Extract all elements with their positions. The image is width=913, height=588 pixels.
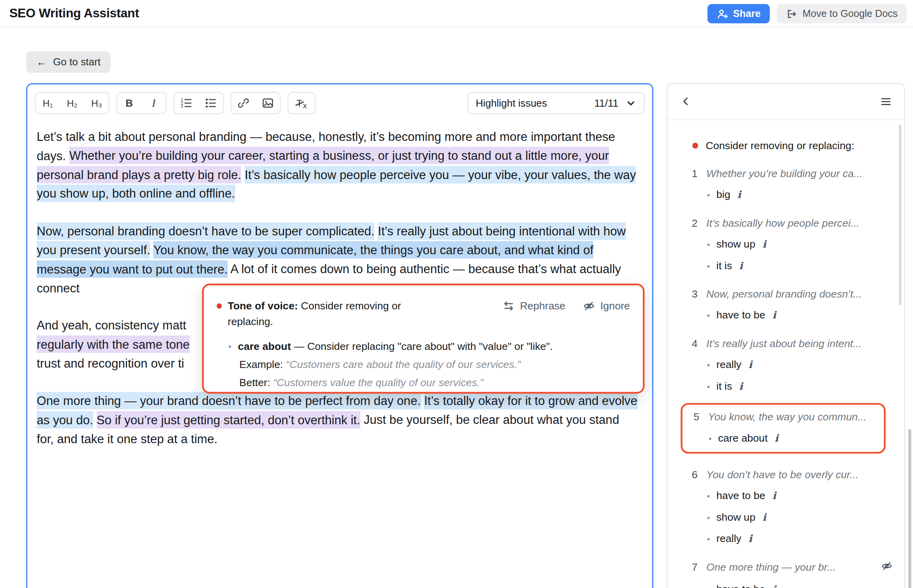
popup-example-row: Example: “Customers care about the quali… [239, 357, 631, 373]
share-button[interactable]: Share [708, 4, 770, 23]
popup-term: care about [238, 341, 291, 353]
info-icon[interactable] [739, 379, 743, 393]
highlight-issues-count: 11/11 [594, 97, 618, 109]
arrow-left-icon: ← [36, 57, 47, 68]
go-to-start-button[interactable]: ← Go to start [26, 51, 111, 73]
issue-keyword[interactable]: really [707, 357, 893, 372]
image-button[interactable] [256, 92, 280, 113]
suggestion-popup: Tone of voice: Consider removing or repl… [202, 284, 644, 394]
window-scrollbar[interactable] [908, 429, 911, 588]
issue-highlight-purple[interactable]: So if you’re just getting started, don’t… [96, 411, 360, 428]
issue-item-7[interactable]: 7One more thing — your br... have to be [692, 560, 893, 588]
link-button[interactable] [231, 92, 255, 113]
info-icon[interactable] [772, 308, 776, 322]
issue-item-3[interactable]: 3Now, personal branding doesn’t... have … [692, 287, 893, 322]
better-quote: “Customers value the quality of our serv… [273, 377, 483, 388]
sidebar-category-label: Consider removing or replacing: [706, 139, 854, 153]
info-icon[interactable] [737, 187, 741, 202]
info-icon[interactable] [749, 357, 752, 372]
bold-button[interactable]: B [117, 92, 141, 113]
issue-keyword[interactable]: have to be [707, 582, 893, 588]
issue-preview: It’s basically how people percei... [706, 216, 859, 230]
ignored-indicator[interactable] [881, 560, 893, 575]
clear-formatting-button[interactable]: Tx [288, 92, 315, 113]
info-icon[interactable] [772, 582, 776, 588]
bullet-icon [707, 259, 710, 273]
highlight-issues-dropdown[interactable]: Highlight issues 11/11 [468, 92, 645, 114]
issue-keyword[interactable]: it is [707, 259, 893, 273]
move-to-google-docs-button[interactable]: Move to Google Docs [777, 4, 906, 23]
collapse-sidebar-button[interactable] [678, 93, 694, 109]
issue-dot [216, 303, 222, 309]
bullet-icon [707, 357, 710, 372]
issue-item-2[interactable]: 2It’s basically how people percei... sho… [692, 216, 893, 273]
issue-keyword[interactable]: show up [707, 510, 893, 525]
svg-text:3: 3 [181, 104, 183, 109]
italic-button[interactable]: I [142, 92, 166, 113]
bullet-icon [707, 582, 710, 588]
info-icon[interactable] [749, 532, 752, 546]
bullet-icon [707, 308, 710, 323]
issue-keyword[interactable]: big [707, 187, 893, 202]
issue-keyword[interactable]: have to be [707, 308, 893, 323]
bullet-icon [707, 510, 710, 525]
issue-number: 4 [692, 337, 700, 351]
issue-number: 3 [692, 287, 700, 301]
rephrase-label: Rephrase [520, 300, 565, 312]
bullet-icon [707, 237, 710, 251]
issue-item-4[interactable]: 4It’s really just about being intent... … [692, 337, 893, 394]
issue-item-1[interactable]: 1Whether you’re building your ca... big [692, 166, 893, 202]
issue-preview: Now, personal branding doesn’t... [706, 287, 862, 301]
popup-header: Tone of voice: Consider removing or repl… [204, 285, 643, 329]
move-to-google-docs-label: Move to Google Docs [802, 8, 898, 20]
info-icon[interactable] [772, 488, 776, 503]
ignore-button[interactable]: Ignore [583, 298, 630, 314]
issue-highlight-blue[interactable]: Now, personal branding doesn’t have to b… [37, 222, 374, 239]
heading2-button[interactable]: H₂ [60, 92, 84, 113]
hamburger-icon [880, 95, 892, 107]
bullet-icon [709, 431, 712, 446]
sidebar-scrollbar[interactable] [899, 125, 901, 305]
issue-number: 2 [692, 216, 700, 230]
menu-button[interactable] [878, 93, 894, 109]
issue-highlight-purple[interactable]: regularly with the same tone [37, 335, 190, 353]
person-plus-icon [717, 8, 728, 20]
app-header: SEO Writing Assistant Share Move to Goog… [0, 0, 913, 28]
issue-item-6[interactable]: 6You don’t have to be overly cur... have… [692, 468, 893, 546]
bullet-icon [707, 488, 710, 503]
heading1-button[interactable]: H₁ [35, 92, 60, 113]
rephrase-button[interactable]: Rephrase [503, 298, 566, 314]
go-to-start-label: Go to start [53, 56, 101, 68]
issue-keyword[interactable]: care about [709, 431, 877, 446]
issue-highlight-blue[interactable]: One more thing — your brand doesn’t have… [37, 392, 421, 409]
popup-actions: Rephrase Ignore [503, 298, 630, 314]
issue-keyword[interactable]: it is [707, 379, 893, 394]
clear-format-group: Tx [288, 92, 316, 114]
issue-keyword[interactable]: have to be [707, 488, 893, 503]
issue-preview: You know, the way you commun... [708, 410, 867, 424]
rephrase-icon [503, 300, 515, 312]
better-label: Better: [239, 377, 270, 388]
ordered-list-button[interactable]: 1 2 3 [174, 92, 198, 113]
list-button-group: 1 2 3 [174, 92, 224, 114]
share-label: Share [733, 8, 761, 20]
popup-message: Tone of voice: Consider removing or repl… [228, 298, 432, 330]
issue-keyword[interactable]: really [707, 532, 893, 546]
issue-keyword[interactable]: show up [707, 237, 893, 251]
heading3-button[interactable]: H₃ [85, 92, 109, 113]
style-button-group: B I [116, 92, 166, 114]
bullet-icon [228, 341, 238, 353]
info-icon[interactable] [762, 510, 766, 524]
info-icon[interactable] [739, 259, 743, 273]
heading-button-group: H₁ H₂ H₃ [35, 92, 109, 114]
bullet-list-button[interactable] [199, 92, 223, 113]
bullet-list-icon [204, 97, 217, 110]
page-title: SEO Writing Assistant [9, 6, 139, 21]
info-icon[interactable] [774, 431, 778, 445]
popup-better-row: Better: “Customers value the quality of … [239, 375, 631, 391]
info-icon[interactable] [762, 237, 766, 251]
app-window: SEO Writing Assistant Share Move to Goog… [0, 0, 913, 588]
issue-preview: It’s really just about being intent... [706, 337, 862, 351]
issue-item-5-selected[interactable]: 5You know, the way you commun... care ab… [681, 403, 886, 454]
ordered-list-icon: 1 2 3 [180, 97, 193, 110]
